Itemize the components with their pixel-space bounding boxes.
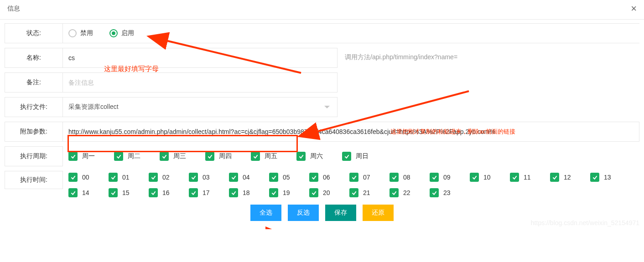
time-item[interactable]: 18 bbox=[229, 188, 269, 197]
label-cycle: 执行周期: bbox=[5, 146, 63, 166]
time-label: 08 bbox=[403, 174, 410, 181]
time-item[interactable]: 07 bbox=[349, 173, 390, 182]
time-item[interactable]: 03 bbox=[189, 173, 229, 182]
time-label: 20 bbox=[323, 189, 330, 196]
time-label: 11 bbox=[524, 174, 531, 181]
check-icon bbox=[590, 173, 599, 182]
check-icon bbox=[349, 173, 358, 182]
check-icon bbox=[68, 173, 78, 182]
cycle-label: 周三 bbox=[173, 152, 186, 160]
reset-button[interactable]: 还原 bbox=[363, 205, 394, 221]
check-icon bbox=[205, 152, 214, 161]
check-icon bbox=[149, 188, 158, 197]
radio-disable[interactable]: 禁用 bbox=[68, 29, 93, 37]
time-item[interactable]: 11 bbox=[510, 173, 550, 182]
time-item[interactable]: 04 bbox=[229, 173, 269, 182]
extra-param-input[interactable] bbox=[68, 126, 634, 137]
time-label: 01 bbox=[122, 174, 130, 181]
check-icon bbox=[309, 173, 318, 182]
time-label: 18 bbox=[243, 189, 250, 196]
select-all-button[interactable]: 全选 bbox=[250, 205, 281, 221]
time-label: 17 bbox=[203, 189, 210, 196]
time-item[interactable]: 14 bbox=[68, 188, 109, 197]
check-icon bbox=[68, 188, 78, 197]
time-label: 04 bbox=[243, 174, 250, 181]
check-icon bbox=[269, 188, 278, 197]
time-item[interactable]: 06 bbox=[309, 173, 349, 182]
time-item[interactable]: 23 bbox=[430, 188, 470, 197]
check-icon bbox=[160, 152, 169, 161]
row-cycle: 执行周期: 周一周二周三周四周五周六周日 bbox=[5, 146, 639, 166]
chevron-down-icon bbox=[324, 106, 330, 108]
check-icon bbox=[349, 188, 358, 197]
name-input[interactable] bbox=[68, 52, 332, 63]
invert-button[interactable]: 反选 bbox=[288, 205, 319, 221]
cycle-item[interactable]: 周日 bbox=[342, 152, 388, 161]
check-icon bbox=[296, 152, 306, 161]
cycle-label: 周日 bbox=[356, 152, 369, 160]
time-item[interactable]: 15 bbox=[109, 188, 149, 197]
check-icon bbox=[430, 173, 439, 182]
cycle-item[interactable]: 周四 bbox=[205, 152, 251, 161]
time-item[interactable]: 19 bbox=[269, 188, 309, 197]
check-icon bbox=[109, 173, 118, 182]
check-icon bbox=[229, 173, 238, 182]
remark-input[interactable] bbox=[68, 77, 332, 88]
cycle-item[interactable]: 周三 bbox=[160, 152, 205, 161]
save-button[interactable]: 保存 bbox=[325, 205, 356, 221]
time-label: 03 bbox=[203, 174, 210, 181]
time-item[interactable]: 09 bbox=[430, 173, 470, 182]
time-item[interactable]: 16 bbox=[149, 188, 189, 197]
radio-enable[interactable]: 启用 bbox=[109, 29, 134, 37]
check-icon bbox=[68, 152, 78, 161]
check-icon bbox=[149, 173, 158, 182]
dialog-header: 信息 × bbox=[0, 0, 644, 20]
cycle-item[interactable]: 周六 bbox=[296, 152, 342, 161]
time-item[interactable]: 12 bbox=[550, 173, 590, 182]
time-item[interactable]: 00 bbox=[68, 173, 109, 182]
radio-enable-label: 启用 bbox=[121, 29, 134, 37]
form-area: 状态: 禁用 启用 名称: 调用方法/api.php/timming/index… bbox=[0, 20, 644, 229]
time-label: 14 bbox=[82, 189, 89, 196]
time-item[interactable]: 05 bbox=[269, 173, 309, 182]
time-label: 05 bbox=[283, 174, 290, 181]
check-icon bbox=[309, 188, 318, 197]
cycle-item[interactable]: 周二 bbox=[114, 152, 160, 161]
row-exec-file: 执行文件: 采集资源库collect bbox=[5, 97, 639, 117]
exec-file-select[interactable]: 采集资源库collect bbox=[63, 97, 338, 117]
time-label: 21 bbox=[363, 189, 370, 196]
check-icon bbox=[390, 188, 399, 197]
cycle-item[interactable]: 周五 bbox=[251, 152, 296, 161]
time-label: 02 bbox=[162, 174, 170, 181]
time-item[interactable]: 10 bbox=[470, 173, 510, 182]
button-row: 全选 反选 保存 还原 bbox=[5, 199, 639, 229]
time-label: 00 bbox=[82, 174, 89, 181]
label-status: 状态: bbox=[5, 23, 63, 43]
time-item[interactable]: 20 bbox=[309, 188, 349, 197]
row-status: 状态: 禁用 启用 bbox=[5, 23, 639, 43]
time-item[interactable]: 22 bbox=[390, 188, 430, 197]
check-icon bbox=[510, 173, 519, 182]
close-icon[interactable]: × bbox=[631, 3, 637, 15]
time-label: 19 bbox=[283, 189, 290, 196]
row-name: 名称: 调用方法/api.php/timming/index?name= bbox=[5, 48, 639, 68]
time-item[interactable]: 13 bbox=[590, 173, 630, 182]
dialog-title: 信息 bbox=[7, 5, 20, 13]
time-label: 09 bbox=[443, 174, 451, 181]
time-item[interactable]: 01 bbox=[109, 173, 149, 182]
time-label: 06 bbox=[323, 174, 330, 181]
time-item[interactable]: 08 bbox=[390, 173, 430, 182]
check-icon bbox=[470, 173, 479, 182]
check-icon bbox=[114, 152, 123, 161]
time-item[interactable]: 21 bbox=[349, 188, 390, 197]
check-icon bbox=[550, 173, 559, 182]
cycle-label: 周一 bbox=[82, 152, 95, 160]
check-icon bbox=[390, 173, 399, 182]
radio-circle-off bbox=[68, 29, 77, 37]
time-label: 10 bbox=[483, 174, 491, 181]
time-item[interactable]: 17 bbox=[189, 188, 229, 197]
time-item[interactable]: 02 bbox=[149, 173, 189, 182]
cycle-item[interactable]: 周一 bbox=[68, 152, 114, 161]
cycle-label: 周四 bbox=[219, 152, 232, 160]
cycle-label: 周六 bbox=[310, 152, 323, 160]
